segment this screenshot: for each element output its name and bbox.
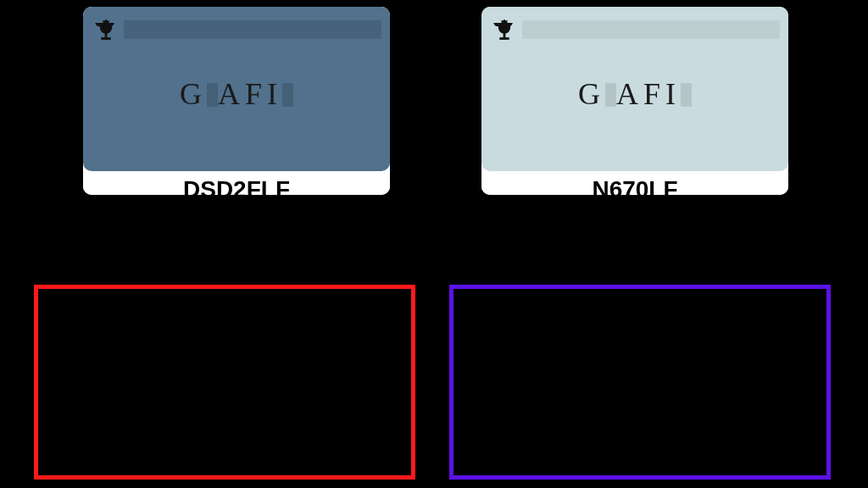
brand-text: G bbox=[578, 77, 605, 111]
brand-text: AFI bbox=[218, 77, 282, 111]
trophy-icon bbox=[92, 17, 120, 49]
svg-rect-2 bbox=[504, 32, 506, 37]
card-right-label: N670LF bbox=[481, 173, 788, 195]
svg-rect-1 bbox=[101, 37, 110, 40]
svg-rect-3 bbox=[499, 37, 509, 40]
brand-text: AFI bbox=[616, 77, 681, 111]
card-right-banner-row bbox=[481, 17, 788, 49]
trophy-icon bbox=[490, 17, 519, 49]
brand-glyph-box bbox=[207, 83, 218, 107]
svg-rect-0 bbox=[105, 32, 108, 37]
root: GAFI DSD2FLF GAFI bbox=[0, 0, 868, 488]
card-right-body: GAFI bbox=[481, 7, 788, 171]
brand-glyph-box bbox=[282, 83, 293, 107]
card-right-banner bbox=[522, 20, 780, 39]
frame-red[interactable] bbox=[34, 285, 415, 480]
card-left-label: DSD2FLF bbox=[83, 173, 390, 195]
card-left-banner bbox=[124, 20, 381, 39]
card-right[interactable]: GAFI N670LF bbox=[481, 7, 788, 195]
frame-purple[interactable] bbox=[449, 285, 831, 480]
card-left-brand: GAFI bbox=[83, 49, 390, 146]
brand-text: G bbox=[180, 77, 207, 111]
card-left-banner-row bbox=[83, 17, 390, 49]
card-right-brand: GAFI bbox=[481, 49, 788, 146]
card-left[interactable]: GAFI DSD2FLF bbox=[83, 7, 390, 195]
brand-glyph-box bbox=[605, 83, 616, 107]
card-left-body: GAFI bbox=[83, 7, 390, 171]
brand-glyph-box bbox=[681, 83, 692, 107]
